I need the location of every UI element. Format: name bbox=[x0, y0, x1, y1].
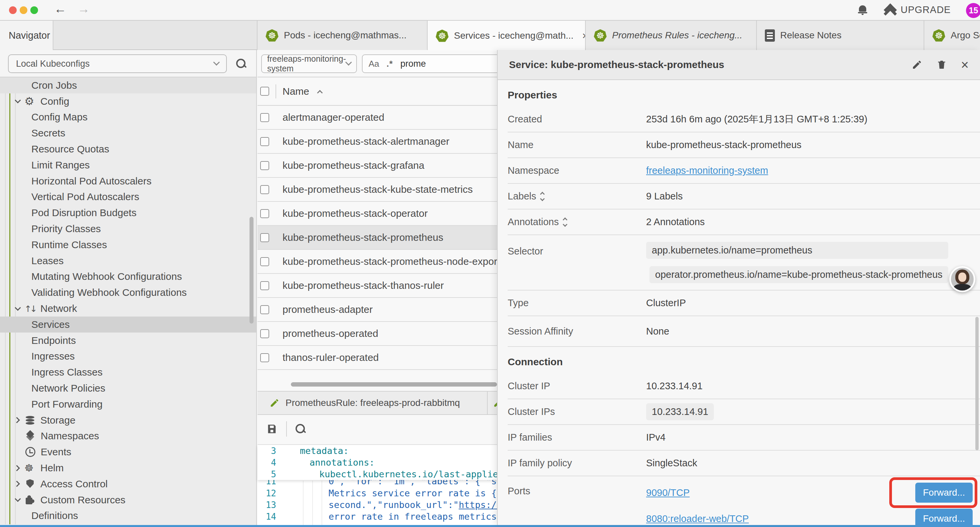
tree-item[interactable]: Horizontal Pod Autoscalers bbox=[0, 173, 256, 189]
tree-item[interactable]: Services bbox=[0, 317, 256, 333]
tree-item-label: Ingresses bbox=[31, 350, 75, 362]
row-checkbox[interactable] bbox=[260, 113, 269, 122]
forward-arrow-icon[interactable]: → bbox=[77, 2, 90, 16]
tree-item[interactable]: Runtime Classes bbox=[0, 237, 256, 253]
namespace-link[interactable]: freeleaps-monitoring-system bbox=[646, 165, 768, 176]
back-arrow-icon[interactable]: ← bbox=[54, 2, 66, 16]
search-icon[interactable] bbox=[235, 58, 247, 69]
delete-trash-icon[interactable] bbox=[936, 59, 947, 70]
tab-prometheus-rules[interactable]: ☸ Prometheus Rules - icecheng... bbox=[586, 21, 757, 50]
tree-item[interactable]: Ingresses bbox=[0, 349, 256, 365]
service-name: prometheus-operated bbox=[283, 328, 378, 339]
sort-ascending-icon[interactable] bbox=[317, 90, 323, 96]
tab-release-notes[interactable]: Release Notes bbox=[757, 21, 924, 50]
tree-item[interactable]: Endpoints bbox=[0, 333, 256, 349]
field-label: Selector bbox=[508, 242, 646, 257]
row-checkbox[interactable] bbox=[260, 161, 269, 170]
edit-pencil-icon bbox=[269, 398, 280, 408]
save-icon[interactable] bbox=[266, 423, 277, 435]
tab-services[interactable]: ☸ Services - icecheng@math... × bbox=[428, 21, 586, 51]
close-icon[interactable]: × bbox=[961, 59, 969, 70]
namespace-select[interactable]: freeleaps-monitoring-system bbox=[261, 54, 357, 73]
expand-sorter-icon[interactable] bbox=[541, 193, 544, 201]
tree-item[interactable]: Namespaces bbox=[0, 428, 256, 444]
tree-item-icon bbox=[24, 415, 36, 426]
tree-item[interactable]: Vertical Pod Autoscalers bbox=[0, 189, 256, 205]
tree-item[interactable]: Port Forwarding bbox=[0, 396, 256, 412]
tree-item[interactable]: Ingress Classes bbox=[0, 364, 256, 380]
chevron-icon bbox=[14, 417, 20, 423]
namespace-select-value: freeleaps-monitoring-system bbox=[267, 54, 346, 73]
tree-item[interactable]: Mutating Webhook Configurations bbox=[0, 269, 256, 285]
name-filter-input[interactable]: Aa .* prome bbox=[362, 54, 509, 73]
field-value[interactable]: 9 Labels bbox=[646, 191, 683, 202]
row-checkbox[interactable] bbox=[260, 257, 269, 266]
line-number: 11 bbox=[258, 480, 281, 486]
tree-item[interactable]: Network bbox=[0, 301, 256, 317]
tree-item[interactable]: Pod Disruption Budgets bbox=[0, 205, 256, 221]
tree-item[interactable]: Limit Ranges bbox=[0, 157, 256, 173]
tree-item[interactable]: Secrets bbox=[0, 125, 256, 141]
row-checkbox[interactable] bbox=[260, 353, 269, 362]
prometheusrule-editor-tab[interactable]: PrometheusRule: freeleaps-prod-rabbitmq bbox=[258, 392, 488, 414]
tree-item[interactable]: Resource Quotas bbox=[0, 141, 256, 157]
port-link[interactable]: 9090/TCP bbox=[646, 487, 690, 498]
cluster-selector-row: Local Kubeconfigs bbox=[0, 50, 256, 77]
window-minimize-button[interactable] bbox=[20, 6, 27, 14]
tree-item[interactable]: Storage bbox=[0, 412, 256, 428]
name-column-header[interactable]: Name bbox=[283, 86, 309, 97]
tree-item[interactable]: Network Policies bbox=[0, 380, 256, 396]
navigator-panel-tab[interactable]: Navigator bbox=[0, 21, 53, 50]
line-number: 5 bbox=[258, 469, 281, 479]
row-checkbox[interactable] bbox=[260, 209, 269, 218]
selector-chip: app.kubernetes.io/name=prometheus bbox=[646, 242, 948, 259]
tree-item[interactable]: Leases bbox=[0, 253, 256, 269]
select-all-checkbox[interactable] bbox=[260, 87, 269, 96]
drawer-scrollbar[interactable] bbox=[975, 317, 978, 450]
expand-sorter-icon[interactable] bbox=[563, 218, 567, 226]
tree-item[interactable]: Validating Webhook Configurations bbox=[0, 285, 256, 301]
tab-argo[interactable]: ☸ Argo Se bbox=[924, 21, 980, 50]
upgrade-button[interactable]: UPGRADE bbox=[883, 4, 951, 15]
regex-toggle[interactable]: .* bbox=[387, 59, 393, 69]
window-close-button[interactable] bbox=[9, 6, 17, 14]
tree-item[interactable]: Helm bbox=[0, 460, 256, 476]
resource-tree: Cron Jobs Config Config Maps Secrets bbox=[0, 77, 256, 524]
notifications-bell-icon[interactable] bbox=[858, 5, 867, 15]
drawer-body: Properties Created 253d 16h 6m ago (2025… bbox=[498, 80, 980, 527]
row-checkbox[interactable] bbox=[260, 305, 269, 314]
row-checkbox[interactable] bbox=[260, 185, 269, 194]
horizontal-scrollbar[interactable] bbox=[291, 382, 497, 387]
notification-count-badge[interactable]: 15 bbox=[966, 3, 980, 18]
forward-button[interactable]: Forward... bbox=[915, 482, 973, 503]
editor-search-icon[interactable] bbox=[295, 423, 306, 435]
field-value: ClusterIP bbox=[646, 298, 686, 309]
match-case-toggle[interactable]: Aa bbox=[369, 59, 379, 69]
kubeconfig-select[interactable]: Local Kubeconfigs bbox=[8, 54, 227, 73]
tree-item[interactable]: Cron Jobs bbox=[0, 77, 256, 93]
window-maximize-button[interactable] bbox=[30, 6, 38, 14]
type-row: Type ClusterIP bbox=[508, 291, 980, 316]
row-checkbox[interactable] bbox=[260, 281, 269, 290]
tree-item[interactable]: Config Maps bbox=[0, 110, 256, 126]
tree-item[interactable]: Priority Classes bbox=[0, 221, 256, 237]
field-value[interactable]: 2 Annotations bbox=[646, 217, 705, 228]
tree-item[interactable]: Custom Resources bbox=[0, 492, 256, 508]
tree-item[interactable]: Events bbox=[0, 444, 256, 460]
tree-item[interactable]: Definitions bbox=[0, 508, 256, 524]
close-tab-icon[interactable]: × bbox=[582, 30, 586, 42]
tree-item[interactable]: Access Control bbox=[0, 476, 256, 492]
edit-pencil-icon[interactable] bbox=[912, 59, 922, 70]
service-name: thanos-ruler-operated bbox=[283, 352, 379, 363]
sidebar-scrollbar[interactable] bbox=[250, 217, 253, 323]
code-text: kubectl.kubernetes.io/last-applied-con bbox=[319, 469, 525, 479]
tree-item[interactable]: Config bbox=[0, 93, 256, 110]
user-avatar[interactable] bbox=[949, 266, 975, 292]
row-checkbox[interactable] bbox=[260, 329, 269, 338]
row-checkbox[interactable] bbox=[260, 233, 269, 242]
forward-button[interactable]: Forward... bbox=[915, 509, 973, 527]
header-divider bbox=[275, 84, 276, 99]
port-link[interactable]: 8080:reloader-web/TCP bbox=[646, 513, 749, 524]
tab-pods[interactable]: ☸ Pods - icecheng@mathmas... bbox=[257, 21, 428, 50]
row-checkbox[interactable] bbox=[260, 137, 269, 146]
